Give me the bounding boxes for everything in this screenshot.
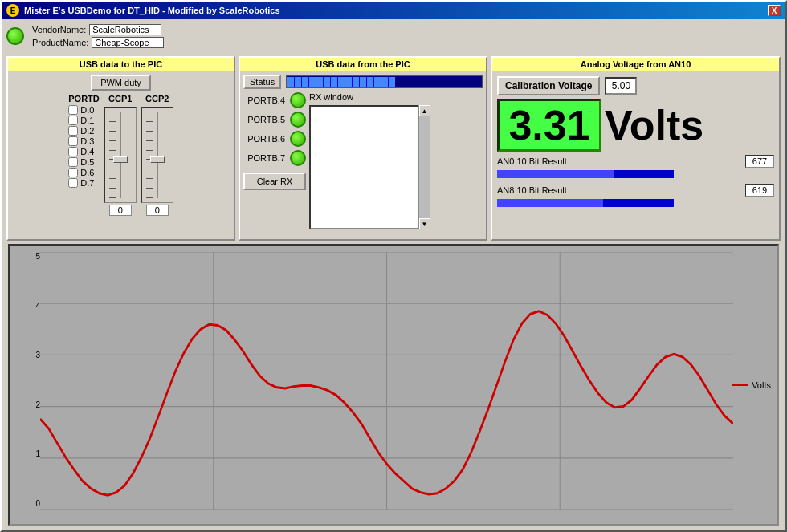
checkbox-d0-label: D.0 xyxy=(80,105,94,115)
an0-label: AN0 10 Bit Result xyxy=(497,156,740,166)
cal-value: 5.00 xyxy=(605,77,637,95)
product-row: ProductName: Cheap-Scope xyxy=(32,37,164,48)
tick xyxy=(109,112,116,112)
status-button[interactable]: Status xyxy=(243,75,281,89)
product-value: Cheap-Scope xyxy=(92,37,164,48)
checkbox-d5-input[interactable] xyxy=(68,157,78,167)
portd-ccp-row: PORTD D.0 D.1 xyxy=(68,94,173,216)
title-bar: E Mister E's USBDemo for DT_HID - Modifi… xyxy=(2,2,785,19)
mid-panel: USB data from the PIC Status xyxy=(239,56,487,241)
tick xyxy=(146,150,153,151)
product-key: ProductName: xyxy=(32,38,88,47)
tick xyxy=(109,121,116,122)
checkbox-d3: D.3 xyxy=(68,136,94,146)
rx-scrollbar-track xyxy=(419,116,430,218)
checkbox-d4-label: D.4 xyxy=(80,147,94,156)
cal-label: Calibration Voltage xyxy=(497,76,600,95)
checkbox-d7-input[interactable] xyxy=(68,178,78,188)
voltage-unit: Volts xyxy=(605,101,703,149)
checkbox-d1-label: D.1 xyxy=(80,116,94,125)
seg xyxy=(331,77,337,87)
an8-label: AN8 10 Bit Result xyxy=(497,185,740,195)
seg xyxy=(381,77,388,87)
rx-scroll-up[interactable]: ▲ xyxy=(419,105,430,116)
tick xyxy=(109,150,116,151)
pwm-duty-label: PWM duty xyxy=(91,75,151,91)
seg xyxy=(374,77,381,87)
vendor-value: ScaleRobotics xyxy=(89,24,161,35)
rx-window-label: RX window xyxy=(309,92,430,102)
seg xyxy=(367,77,373,87)
seg xyxy=(389,77,395,87)
portb4-led xyxy=(290,92,306,108)
tick xyxy=(146,188,153,189)
portb7-row: PORTB.7 xyxy=(243,150,306,166)
portb6-label: PORTB.6 xyxy=(243,134,285,144)
tick xyxy=(109,140,116,141)
seg xyxy=(353,77,359,87)
mid-right: RX window ▲ ▼ xyxy=(309,92,430,229)
ccp1-section: CCP1 xyxy=(104,94,137,216)
left-panel: USB data to the PIC PWM duty PORTD D.0 xyxy=(6,56,235,241)
chart-area: 5 4 3 2 1 0 xyxy=(8,244,779,526)
legend-label: Volts xyxy=(752,380,771,390)
rx-scroll-down[interactable]: ▼ xyxy=(419,218,430,229)
an8-bar-fill xyxy=(497,199,603,207)
ccp1-slider-thumb[interactable] xyxy=(113,156,128,163)
ccp2-slider-thumb[interactable] xyxy=(150,156,165,163)
an0-value: 677 xyxy=(745,155,774,168)
info-row: VendorName: ScaleRobotics ProductName: C… xyxy=(6,24,781,53)
ccp2-value: 0 xyxy=(146,205,169,216)
checkbox-d0: D.0 xyxy=(68,105,94,115)
ccp1-label: CCP1 xyxy=(108,94,132,104)
voltage-display: 3.31 Volts xyxy=(497,99,774,152)
portb5-label: PORTB.5 xyxy=(243,115,285,124)
legend-line xyxy=(732,384,748,386)
checkbox-d7-label: D.7 xyxy=(80,178,94,188)
portb6-row: PORTB.6 xyxy=(243,131,306,147)
portb7-led xyxy=(290,150,306,166)
tick xyxy=(146,121,153,122)
legend-volts: Volts xyxy=(732,380,771,390)
checkbox-d1: D.1 xyxy=(68,116,94,125)
seg xyxy=(324,77,330,87)
calibration-row: Calibration Voltage 5.00 xyxy=(497,76,774,95)
clear-rx-button[interactable]: Clear RX xyxy=(243,173,306,190)
an0-bar-fill xyxy=(497,170,614,178)
checkbox-d2-input[interactable] xyxy=(68,126,78,136)
status-light xyxy=(6,27,24,45)
panels-row: USB data to the PIC PWM duty PORTD D.0 xyxy=(6,56,781,241)
portb4-label: PORTB.4 xyxy=(243,95,285,105)
seg xyxy=(295,77,301,87)
checkbox-d6-input[interactable] xyxy=(68,168,78,177)
an8-row: AN8 10 Bit Result 619 xyxy=(497,184,774,197)
checkbox-d1-input[interactable] xyxy=(68,116,78,125)
ccp2-label: CCP2 xyxy=(145,94,169,104)
portd-section: PORTD D.0 D.1 xyxy=(68,94,100,188)
ccp2-tick-marks xyxy=(149,112,165,198)
progress-bar-container xyxy=(286,75,483,88)
portb5-row: PORTB.5 xyxy=(243,112,306,128)
portb4-row: PORTB.4 xyxy=(243,92,306,108)
ccp2-slider-wrapper xyxy=(141,107,173,203)
checkbox-d3-label: D.3 xyxy=(80,136,94,146)
ccp1-tick-marks xyxy=(112,112,128,198)
chart-svg xyxy=(40,252,733,510)
checkbox-d4-input[interactable] xyxy=(68,147,78,156)
app-icon: E xyxy=(6,4,19,17)
tick xyxy=(146,197,153,198)
close-button[interactable]: X xyxy=(768,5,781,16)
tick xyxy=(109,131,116,132)
checkbox-d3-input[interactable] xyxy=(68,136,78,146)
checkbox-d0-input[interactable] xyxy=(68,105,78,115)
checkbox-d4: D.4 xyxy=(68,147,94,156)
seg xyxy=(345,77,352,87)
chart-legend: Volts xyxy=(732,380,771,390)
status-row: Status xyxy=(243,75,483,89)
portd-checkboxes: D.0 D.1 D.2 xyxy=(68,105,94,188)
seg xyxy=(360,77,366,87)
checkbox-d6: D.6 xyxy=(68,168,94,177)
ccp2-section: CCP2 xyxy=(141,94,173,216)
rx-window-area: ▲ ▼ xyxy=(309,105,430,229)
checkbox-d5: D.5 xyxy=(68,157,94,167)
